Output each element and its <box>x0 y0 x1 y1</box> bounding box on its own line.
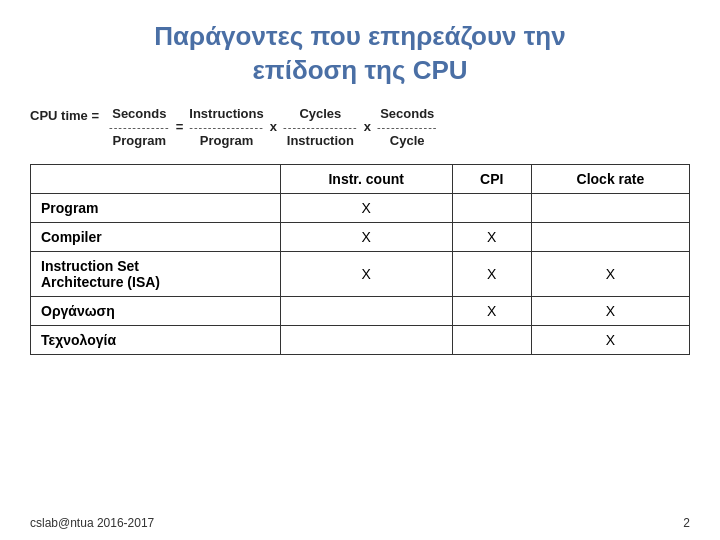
footer-credit: cslab@ntua 2016-2017 <box>30 516 154 530</box>
page-number: 2 <box>683 516 690 530</box>
cpu-time-label: CPU time = <box>30 106 99 123</box>
table-row: CompilerXX <box>31 222 690 251</box>
formula-col4: Seconds ------------- Cycle <box>377 106 438 148</box>
th-empty <box>31 164 281 193</box>
row-clock-2: X <box>531 251 689 296</box>
row-instr-1: X <box>280 222 452 251</box>
row-clock-3: X <box>531 296 689 325</box>
th-clock-rate: Clock rate <box>531 164 689 193</box>
row-label-1: Compiler <box>31 222 281 251</box>
row-cpi-0 <box>452 193 531 222</box>
formula-x1: x <box>270 119 277 134</box>
formula-col2: Instructions ---------------- Program <box>189 106 264 148</box>
row-cpi-3: X <box>452 296 531 325</box>
row-label-3: Οργάνωση <box>31 296 281 325</box>
row-cpi-1: X <box>452 222 531 251</box>
formula-col3: Cycles ---------------- Instruction <box>283 106 358 148</box>
formula-x2: x <box>364 119 371 134</box>
row-clock-1 <box>531 222 689 251</box>
row-clock-0 <box>531 193 689 222</box>
row-label-2: Instruction SetArchitecture (ISA) <box>31 251 281 296</box>
table-row: ProgramX <box>31 193 690 222</box>
table-row: ΤεχνολογίαX <box>31 325 690 354</box>
formula-col1: Seconds ------------- Program <box>109 106 170 148</box>
th-instr-count: Instr. count <box>280 164 452 193</box>
row-cpi-2: X <box>452 251 531 296</box>
row-instr-2: X <box>280 251 452 296</box>
row-clock-4: X <box>531 325 689 354</box>
row-label-4: Τεχνολογία <box>31 325 281 354</box>
row-label-0: Program <box>31 193 281 222</box>
table-row: Instruction SetArchitecture (ISA)XXX <box>31 251 690 296</box>
th-cpi: CPI <box>452 164 531 193</box>
page-title: Παράγοντες που επηρεάζουν την επίδοση τη… <box>30 20 690 88</box>
table-row: ΟργάνωσηXX <box>31 296 690 325</box>
main-table: Instr. count CPI Clock rate ProgramXComp… <box>30 164 690 355</box>
formula-area: Seconds ------------- Program = Instruct… <box>109 106 438 148</box>
row-instr-4 <box>280 325 452 354</box>
row-instr-3 <box>280 296 452 325</box>
formula-eq: = <box>176 119 184 134</box>
table-header-row: Instr. count CPI Clock rate <box>31 164 690 193</box>
row-cpi-4 <box>452 325 531 354</box>
row-instr-0: X <box>280 193 452 222</box>
